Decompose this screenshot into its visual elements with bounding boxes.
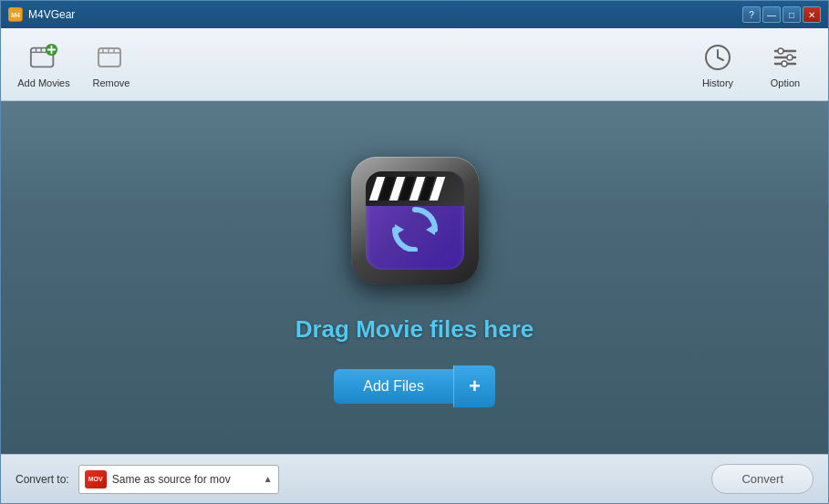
toolbar: Add Movies Remove <box>1 28 828 101</box>
svg-point-21 <box>778 48 783 54</box>
svg-point-22 <box>787 55 793 60</box>
window-title: M4VGear <box>28 8 75 21</box>
option-button[interactable]: Option <box>753 35 817 94</box>
add-movies-icon <box>27 41 60 74</box>
app-icon-small: M4 <box>8 7 23 22</box>
svg-rect-10 <box>98 48 120 67</box>
minimize-button[interactable]: — <box>762 6 781 23</box>
sync-arrows <box>386 201 444 255</box>
history-button[interactable]: History <box>686 35 750 94</box>
add-movies-button[interactable]: Add Movies <box>12 35 76 94</box>
title-bar: M4 M4VGear ? — □ ✕ <box>1 1 828 28</box>
main-content: Drag Movie files here Add Files + <box>1 101 828 454</box>
svg-marker-24 <box>426 224 435 235</box>
help-button[interactable]: ? <box>742 6 761 23</box>
drag-drop-text: Drag Movie files here <box>295 315 534 344</box>
add-files-button[interactable]: Add Files + <box>334 365 495 407</box>
convert-to-label: Convert to: <box>16 473 69 486</box>
history-icon <box>701 41 734 74</box>
app-icon-large <box>351 157 479 284</box>
toolbar-left: Add Movies Remove <box>12 35 143 94</box>
toolbar-right: History Option <box>686 35 817 94</box>
svg-point-23 <box>782 61 787 67</box>
app-icon-container <box>342 148 488 293</box>
add-files-label[interactable]: Add Files <box>334 369 453 404</box>
maximize-button[interactable]: □ <box>782 6 801 23</box>
format-text: Same as source for mov <box>112 473 258 486</box>
svg-line-17 <box>718 57 723 60</box>
option-icon <box>769 41 802 74</box>
remove-label: Remove <box>93 77 130 88</box>
add-files-plus-icon[interactable]: + <box>453 365 495 407</box>
title-bar-left: M4 M4VGear <box>8 7 75 22</box>
app-icon-inner <box>366 171 464 270</box>
add-movies-label: Add Movies <box>17 77 69 88</box>
history-label: History <box>702 77 733 88</box>
option-label: Option <box>771 77 800 88</box>
svg-text:M4: M4 <box>11 12 20 18</box>
main-window: M4 M4VGear ? — □ ✕ <box>0 0 829 504</box>
format-selector[interactable]: MOV Same as source for mov ▲ <box>78 465 279 494</box>
close-button[interactable]: ✕ <box>803 6 821 23</box>
convert-button[interactable]: Convert <box>711 464 813 494</box>
format-dropdown-arrow: ▲ <box>264 474 273 484</box>
svg-marker-25 <box>395 224 404 235</box>
remove-button[interactable]: Remove <box>79 35 143 94</box>
bottom-bar: Convert to: MOV Same as source for mov ▲… <box>1 454 828 503</box>
format-icon: MOV <box>85 470 107 489</box>
window-controls: ? — □ ✕ <box>742 6 821 23</box>
remove-icon <box>95 41 128 74</box>
